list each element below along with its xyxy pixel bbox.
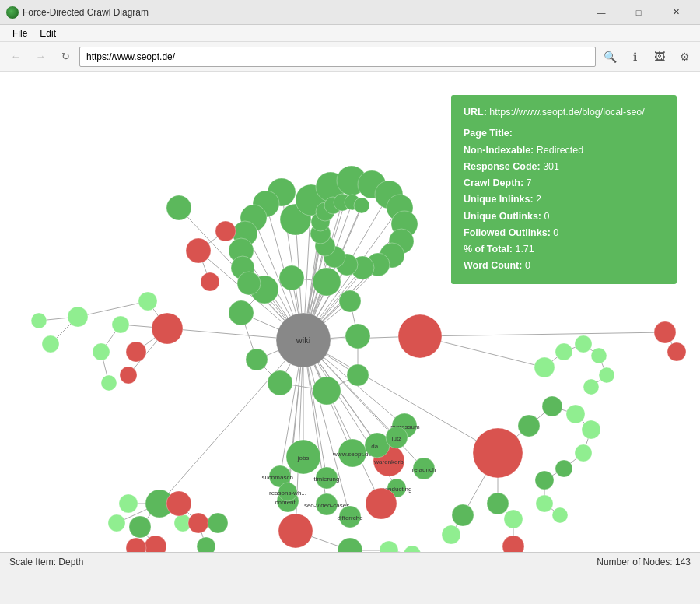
svg-point-149 (313, 268, 341, 296)
edit-menu[interactable]: Edit (33, 26, 62, 40)
node-count: Number of Nodes: 143 (597, 557, 691, 567)
svg-text:seo-video-cases: seo-video-cases (304, 502, 349, 509)
svg-point-242 (473, 428, 523, 478)
unique-inlinks-value: 2 (536, 194, 541, 205)
svg-point-247 (575, 444, 592, 462)
svg-point-252 (487, 493, 509, 514)
svg-point-250 (536, 495, 553, 512)
status-bar: Scale Item: Depth Number of Nodes: 143 (0, 552, 700, 571)
address-bar[interactable] (79, 47, 596, 67)
svg-point-189 (112, 316, 129, 333)
page-title-label: Page Title: (464, 128, 513, 139)
svg-point-243 (518, 415, 540, 437)
svg-point-263 (667, 342, 686, 361)
maximize-button[interactable]: □ (621, 0, 656, 25)
unique-outlinks-label: Unique Outlinks: (464, 211, 541, 222)
svg-point-249 (535, 471, 554, 490)
svg-point-142 (229, 300, 254, 325)
svg-text:jobs: jobs (297, 455, 310, 462)
svg-point-182 (215, 221, 236, 241)
svg-text:warenkorb: warenkorb (373, 458, 404, 465)
app-icon (6, 6, 19, 19)
non-indexable-value: Redirected (537, 145, 583, 156)
svg-point-230 (166, 491, 191, 516)
svg-line-81 (78, 301, 148, 317)
svg-point-239 (591, 348, 607, 363)
back-button[interactable]: ← (5, 46, 26, 68)
percent-total-value: 1.71 (515, 244, 534, 255)
settings-button[interactable]: ⚙ (674, 46, 695, 68)
screenshot-button[interactable]: 🖼 (649, 46, 670, 68)
window-title: Force-Directed Crawl Diagram (23, 7, 583, 18)
scale-item: Scale Item: Depth (9, 557, 83, 567)
svg-point-258 (338, 538, 362, 552)
svg-point-192 (68, 307, 88, 327)
svg-point-260 (380, 541, 398, 552)
svg-point-144 (268, 370, 292, 395)
svg-point-236 (534, 357, 555, 378)
svg-point-188 (138, 292, 157, 311)
svg-point-233 (126, 538, 146, 552)
svg-point-146 (347, 364, 369, 386)
svg-point-145 (313, 377, 341, 405)
svg-text:suchmasch...: suchmasch... (261, 474, 298, 481)
svg-point-190 (93, 343, 110, 360)
menu-bar: File Edit (0, 25, 700, 42)
svg-point-246 (582, 420, 600, 439)
svg-point-186 (120, 367, 137, 384)
svg-point-223 (366, 488, 397, 519)
svg-point-148 (339, 290, 361, 312)
svg-text:wiki: wiki (296, 335, 310, 345)
window-controls: — □ ✕ (583, 0, 694, 25)
svg-point-231 (188, 513, 208, 533)
svg-point-261 (404, 546, 421, 552)
response-code-label: Response Code: (464, 161, 541, 172)
close-button[interactable]: ✕ (658, 0, 694, 25)
svg-point-147 (345, 324, 370, 349)
svg-point-237 (555, 343, 572, 360)
minimize-button[interactable]: — (583, 0, 619, 25)
svg-point-234 (197, 537, 215, 552)
svg-point-180 (398, 314, 442, 358)
svg-text:lutz: lutz (392, 435, 401, 442)
svg-point-187 (166, 195, 191, 220)
refresh-button[interactable]: ↻ (54, 46, 76, 68)
svg-point-185 (126, 342, 146, 362)
word-count-label: Word Count: (464, 260, 522, 271)
url-label: URL: (464, 107, 487, 118)
svg-point-172 (354, 198, 369, 213)
info-button[interactable]: ℹ (624, 46, 646, 68)
file-menu[interactable]: File (6, 26, 33, 40)
svg-point-254 (502, 536, 524, 552)
response-code-value: 301 (543, 161, 559, 172)
svg-point-244 (542, 396, 562, 416)
svg-point-245 (566, 405, 585, 423)
svg-point-224 (278, 514, 313, 548)
node-info-panel: URL: https://www.seopt.de/blog/local-seo… (451, 95, 677, 284)
svg-point-191 (101, 375, 117, 391)
svg-point-179 (237, 272, 261, 295)
svg-text:differrche: differrche (337, 514, 363, 521)
svg-point-194 (31, 313, 47, 328)
svg-line-133 (420, 332, 665, 336)
svg-point-256 (452, 504, 474, 526)
search-button[interactable]: 🔍 (599, 46, 621, 68)
svg-point-181 (186, 238, 211, 263)
svg-point-184 (152, 313, 183, 344)
svg-point-262 (654, 321, 676, 343)
svg-point-257 (442, 525, 460, 544)
svg-point-235 (208, 513, 228, 533)
svg-point-143 (246, 349, 268, 370)
percent-total-label: % of Total: (464, 244, 513, 255)
toolbar: ← → ↻ 🔍 ℹ 🖼 ⚙ (0, 42, 700, 72)
svg-text:reasons-wh...: reasons-wh... (269, 490, 306, 497)
svg-text:relaunch: relaunch (412, 466, 436, 473)
svg-point-228 (108, 514, 125, 532)
svg-text:www.seopt.de: www.seopt.de (332, 451, 372, 458)
diagram-canvas[interactable]: wikijobsimpressumwarenkorbwww.seopt.dere… (0, 72, 700, 552)
word-count-value: 0 (525, 260, 530, 271)
non-indexable-label: Non-Indexable: (464, 145, 534, 156)
svg-point-226 (129, 516, 151, 538)
svg-point-193 (42, 335, 59, 353)
forward-button[interactable]: → (30, 46, 51, 68)
